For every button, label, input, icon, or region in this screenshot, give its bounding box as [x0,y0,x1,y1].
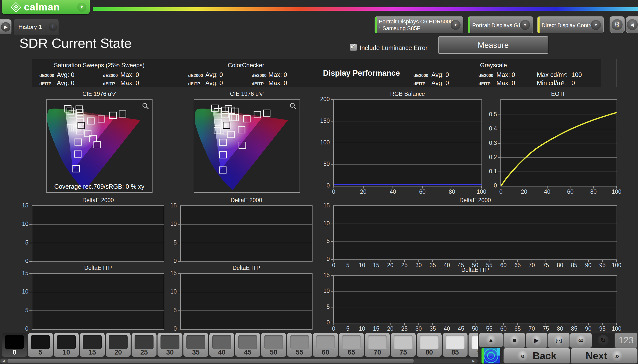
gray-level-swatch-70[interactable]: 70 [365,333,390,357]
x-tick [616,186,617,188]
swatch-label: 75 [391,348,416,356]
y-tick-label: 15 [155,202,177,209]
x-tick-label: 20 [513,188,535,195]
x-tick [489,260,489,262]
swatch-scrollbar-thumb[interactable] [8,359,414,363]
gray-level-swatch-10[interactable]: 10 [54,333,79,357]
continuous-measure-button[interactable]: ∞ [570,333,592,348]
swatch-label: 35 [183,348,208,356]
gray-level-swatch-20[interactable]: 20 [106,333,131,357]
y-tick-label: 0.3 [476,140,497,146]
grayscale-title: Grayscale [431,62,556,69]
scrollbar-left-arrow[interactable]: ◀ [1,359,7,363]
measure-button[interactable]: Measure [438,36,548,54]
cie-horseshoe-gamut [47,100,152,192]
y-tick-label: 0 [7,258,29,264]
cie-1976-diagram-colorchecker: CIE 1976 u'v' [194,99,300,193]
x-tick [570,186,570,188]
pattern-window-thumbnail[interactable] [481,348,500,364]
x-tick [362,260,362,262]
source-dropdown[interactable]: Portrait Displays G1 ▼ [468,16,533,33]
swatch-label: 65 [339,348,364,356]
swatch-label: 70 [365,348,390,356]
y-tick [30,292,32,292]
gray-level-swatch-60[interactable]: 60 [313,333,338,357]
gray-level-swatch-35[interactable]: 35 [183,333,208,357]
x-tick [475,324,476,326]
refresh-button[interactable]: ↻ [592,333,614,348]
x-tick-label: 60 [411,188,434,195]
add-tab-button[interactable]: + [47,19,59,35]
interval-measure-button[interactable]: [··] [548,333,570,348]
gray-level-swatch-40[interactable]: 40 [209,333,234,357]
gray-level-swatch-85[interactable]: 85 [443,333,468,357]
gray-level-swatch-25[interactable]: 25 [132,333,157,357]
scrollbar-right-arrow[interactable]: ▶ [471,359,477,363]
y-tick [498,172,500,172]
gray-level-swatch-80[interactable]: 80 [417,333,442,357]
x-tick [616,260,617,262]
swatch-label: 20 [106,348,131,356]
y-tick [331,323,333,323]
gray-level-swatch-75[interactable]: 75 [391,333,416,357]
swatch-color [135,335,154,349]
infinity-icon: ∞ [575,335,586,346]
gray-level-swatch-0[interactable]: 0 [2,333,27,357]
gray-level-swatch-45[interactable]: 45 [235,333,260,357]
measurement-control-panel: ▲ ■ ▶ [··] ∞ [478,331,638,364]
zoom-icon[interactable] [142,102,150,110]
meter-dropdown[interactable]: Portrait Displays C6 HDR5000 * Samsung S… [375,16,463,33]
x-tick [363,186,364,188]
y-tick [331,275,333,276]
x-tick [517,260,518,262]
x-tick-label: 0 [490,188,512,195]
y-tick-label: 5 [155,307,177,314]
y-tick-label: 15 [7,202,29,209]
page-title: SDR Current State [20,35,132,51]
collapse-panel-button[interactable]: ◀ [626,16,638,33]
gray-level-swatch-15[interactable]: 15 [80,333,105,357]
tab-scroll-button[interactable]: ▶ [0,20,12,34]
include-luminance-checkbox[interactable]: ✓ [350,44,357,51]
cie-1976-diagram-saturation: CIE 1976 u'v' Coverage rec.709/sRGB: 0 %… [46,99,153,193]
rgb-balance-chart: RGB Balance050100150200020406080100 [333,99,482,186]
zoom-icon[interactable] [289,102,297,110]
y-tick-label: 0 [308,182,330,189]
settings-button[interactable]: ⚙ [609,16,624,33]
stop-button[interactable]: ■ [503,333,525,348]
x-tick [334,324,334,326]
y-tick [331,307,333,308]
gray-level-swatch-50[interactable]: 50 [261,333,286,357]
x-tick [422,186,423,188]
x-tick [475,260,476,262]
measurement-counter: 123 [615,333,637,348]
swatch-color [186,335,205,349]
metric-label: dEITP [188,82,200,86]
gray-level-swatch-30[interactable]: 30 [158,333,182,357]
gray-level-swatch-65[interactable]: 65 [339,333,364,357]
measurement-marker [263,110,270,116]
y-tick [498,143,500,144]
chart-title: CIE 1976 u'v' [47,91,152,97]
app-menu-button[interactable]: calman ▼ [2,0,90,14]
check-icon: ✓ [350,41,357,51]
display-performance-label: Display Performance [323,69,400,78]
next-button[interactable]: Next » [571,348,637,364]
metric-label: dEITP [39,82,51,86]
y-tick-label: 0 [476,182,497,189]
y-tick-label: 0 [155,326,177,332]
play-button[interactable]: ▶ [526,333,547,348]
back-button[interactable]: « Back [503,348,570,364]
chevron-down-icon: ▼ [451,20,461,30]
x-tick [418,324,419,326]
display-control-dropdown[interactable]: Direct Display Control ▼ [537,16,604,33]
display-status-stripe [538,17,540,33]
chart-title: DeltaE 2000 [181,197,312,204]
interval-icon: [··] [553,335,564,346]
gray-level-swatch-55[interactable]: 55 [287,333,312,357]
tab-history-1[interactable]: History 1 [14,19,47,35]
gray-level-swatch-5[interactable]: 5 [28,333,53,357]
display-dropdown-value: Direct Display Control [542,22,595,29]
x-tick [588,324,589,326]
pattern-window-raise-button[interactable]: ▲ [479,333,503,347]
